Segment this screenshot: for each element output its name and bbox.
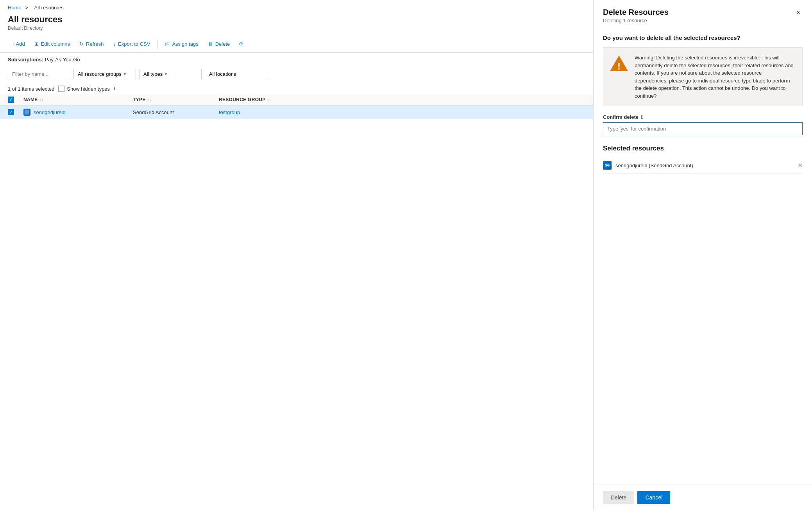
refresh-alt-icon: ⟳ [239, 41, 243, 47]
resource-item-remove-button[interactable]: ✕ [798, 162, 803, 169]
resource-group-label: All resource groups [78, 71, 122, 77]
table-row: ✓ sendgridjureid SendGrid Account testgr… [0, 106, 593, 119]
breadcrumb: Home > All resources [0, 0, 593, 13]
name-filter-input[interactable] [8, 69, 70, 79]
export-icon: ↓ [113, 41, 116, 47]
breadcrumb-home[interactable]: Home [8, 5, 21, 11]
column-location [297, 97, 585, 103]
export-csv-button[interactable]: ↓ Export to CSV [109, 39, 154, 49]
type-filter[interactable]: All types ▾ [139, 69, 202, 79]
cancel-button[interactable]: Cancel [637, 491, 670, 504]
select-all-checkbox[interactable]: ✓ [8, 97, 14, 103]
warning-triangle-icon: ! [609, 55, 629, 72]
add-button[interactable]: + Add [8, 39, 29, 49]
chevron-down-icon: ▾ [165, 72, 167, 76]
column-name: NAME ↑↓ [23, 97, 133, 103]
selected-resources-title: Selected resources [603, 145, 803, 152]
panel-subtitle: Deleting 1 resource [603, 18, 669, 23]
resource-group-cell[interactable]: testgroup [219, 109, 297, 115]
subscriptions-value: Pay-As-You-Go [45, 57, 80, 63]
resource-item-name: sendgridjureid (SendGrid Account) [615, 163, 693, 168]
resource-type-cell: SendGrid Account [133, 109, 219, 115]
resource-item: SG sendgridjureid (SendGrid Account) ✕ [603, 157, 803, 174]
panel-title: Delete Resources [603, 8, 669, 17]
warning-text: Warning! Deleting the selected resources… [635, 54, 796, 100]
confirm-question: Do you want to delete all the selected r… [603, 34, 803, 41]
trash-icon: 🗑 [208, 41, 213, 47]
table-header: ✓ NAME ↑↓ TYPE ↑↓ RESOURCE GROUP ↑↓ [0, 94, 593, 106]
location-filter[interactable]: All locations [205, 69, 267, 79]
column-type: TYPE ↑↓ [133, 97, 219, 103]
row-checkbox[interactable]: ✓ [8, 109, 14, 115]
show-hidden-types-checkbox[interactable] [58, 86, 64, 92]
selection-bar: 1 of 1 items selected Show hidden types … [0, 83, 593, 94]
sort-icon[interactable]: ↑↓ [147, 98, 152, 102]
type-label: All types [143, 71, 163, 77]
edit-columns-button[interactable]: ⊞ Edit columns [30, 39, 74, 49]
show-hidden-types-text: Show hidden types [67, 86, 110, 92]
resource-name-cell[interactable]: sendgridjureid [23, 109, 133, 116]
column-resource-group: RESOURCE GROUP ↑↓ [219, 97, 297, 103]
assign-tags-button[interactable]: 🏷 Assign tags [161, 39, 202, 49]
subscriptions-bar: Subscriptions: Pay-As-You-Go [0, 53, 593, 66]
chevron-down-icon: ▾ [124, 72, 126, 76]
page-title: All resources [0, 13, 593, 25]
svg-text:!: ! [617, 61, 621, 72]
show-hidden-types-label[interactable]: Show hidden types [58, 86, 110, 92]
panel-header: Delete Resources Deleting 1 resource × [594, 0, 812, 28]
confirm-delete-input[interactable] [603, 122, 803, 135]
selection-count: 1 of 1 items selected [8, 86, 54, 92]
edit-columns-icon: ⊞ [34, 41, 39, 47]
page-subtitle: Default Directory [0, 25, 593, 36]
location-label: All locations [209, 71, 236, 77]
subscriptions-label: Subscriptions: [8, 57, 43, 63]
sendgrid-icon [23, 109, 30, 116]
refresh-icon: ↻ [79, 41, 84, 47]
info-icon[interactable]: ℹ [114, 86, 116, 91]
delete-button[interactable]: 🗑 Delete [204, 39, 234, 49]
sort-icon[interactable]: ↑↓ [39, 98, 44, 102]
toolbar: + Add ⊞ Edit columns ↻ Refresh ↓ Export … [0, 36, 593, 53]
close-button[interactable]: × [794, 8, 803, 18]
filters-row: All resource groups ▾ All types ▾ All lo… [0, 66, 593, 83]
breadcrumb-separator: > [25, 5, 29, 11]
more-button[interactable]: ⟳ [235, 39, 247, 49]
sort-icon[interactable]: ↑↓ [267, 98, 272, 102]
toolbar-separator [157, 39, 157, 49]
confirm-info-icon[interactable]: ℹ [641, 115, 643, 120]
warning-box: ! Warning! Deleting the selected resourc… [603, 47, 803, 106]
confirm-label: Confirm delete ℹ [603, 114, 803, 120]
resource-group-filter[interactable]: All resource groups ▾ [73, 69, 136, 79]
panel-footer: Delete Cancel [594, 485, 812, 510]
tag-icon: 🏷 [165, 41, 170, 47]
refresh-button[interactable]: ↻ Refresh [75, 39, 108, 49]
resource-item-icon: SG [603, 161, 612, 170]
breadcrumb-current: All resources [34, 5, 64, 11]
delete-resources-panel: Delete Resources Deleting 1 resource × D… [593, 0, 812, 510]
delete-confirm-button[interactable]: Delete [603, 491, 634, 504]
